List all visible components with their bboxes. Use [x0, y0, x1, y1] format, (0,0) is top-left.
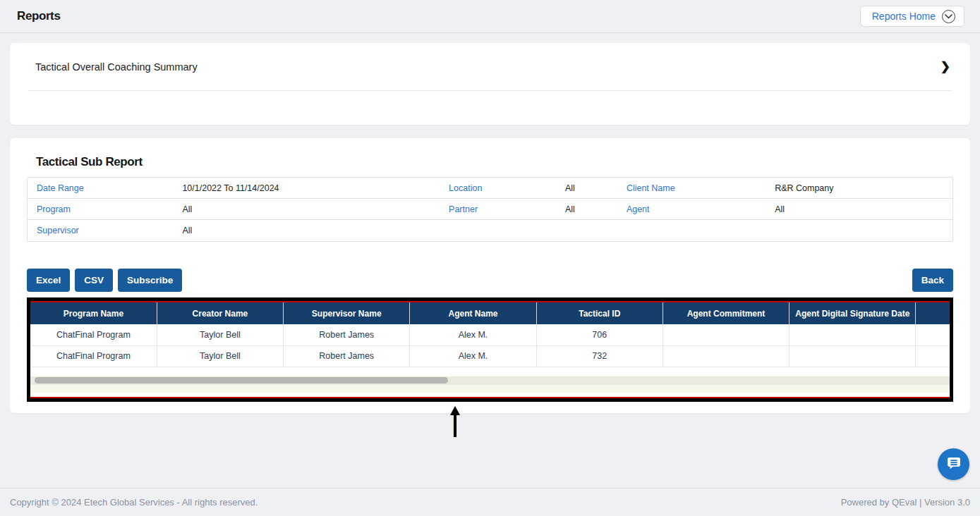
table-cell: 732 [536, 345, 663, 367]
horizontal-scrollbar-thumb[interactable] [35, 377, 448, 383]
column-header: Agent Digital Signature Date [790, 302, 916, 324]
filter-row: Date Range10/1/2022 To 11/14/2024Locatio… [28, 178, 952, 199]
table-bottom-pad [30, 393, 950, 397]
filter-label[interactable]: Program [37, 204, 182, 214]
table-row: ChatFinal ProgramTaylor BellRobert James… [30, 324, 950, 345]
back-button[interactable]: Back [912, 269, 953, 292]
column-header: Agent Commitment [663, 302, 789, 324]
column-header: Program Name [30, 302, 157, 324]
filter-label[interactable]: Agent [627, 204, 775, 214]
filter-table: Date Range10/1/2022 To 11/14/2024Locatio… [27, 177, 953, 242]
footer-copyright: Copyright © 2024 Etech Global Services -… [10, 497, 258, 508]
csv-button[interactable]: CSV [75, 269, 113, 292]
sub-report-card: Tactical Sub Report Date Range10/1/2022 … [10, 138, 970, 413]
annotated-table-highlight: Program NameCreator NameSupervisor NameA… [27, 297, 953, 402]
filter-label[interactable]: Supervisor [37, 226, 182, 235]
report-table-header-row: Program NameCreator NameSupervisor NameA… [30, 302, 950, 324]
reports-home-label: Reports Home [872, 11, 936, 22]
filter-value: All [565, 183, 627, 193]
table-cell [663, 345, 789, 367]
table-cell [790, 345, 916, 367]
footer-powered-by: Powered by QEval | Version 3.0 [841, 497, 970, 508]
filter-label[interactable]: Date Range [37, 183, 182, 193]
column-header: Tactical ID [536, 302, 663, 324]
summary-card-divider [28, 90, 952, 91]
main-content: Tactical Overall Coaching Summary ❯ Tact… [0, 33, 980, 423]
filter-label[interactable]: Partner [449, 204, 565, 214]
summary-card-row[interactable]: Tactical Overall Coaching Summary ❯ [10, 43, 970, 90]
table-cell: Alex M. [410, 324, 536, 345]
table-cell: Robert James [284, 324, 410, 345]
table-cell [663, 324, 789, 345]
column-header: Creator Name [157, 302, 283, 324]
summary-card-title: Tactical Overall Coaching Summary [35, 61, 198, 73]
column-header: Agent Name [410, 302, 536, 324]
annotation-arrow-up [449, 406, 461, 437]
table-cell: Taylor Bell [157, 345, 283, 367]
table-cell: Alex M. [410, 345, 536, 367]
filter-value: All [182, 226, 449, 235]
filter-row: SupervisorAll [28, 220, 952, 241]
excel-button[interactable]: Excel [27, 269, 70, 292]
chevron-down-icon [942, 10, 955, 23]
column-header [916, 302, 950, 324]
table-empty-space [30, 367, 950, 376]
chat-bubble-icon [945, 454, 963, 475]
arrow-stem [454, 415, 456, 437]
filter-label[interactable]: Location [449, 183, 565, 193]
filter-value: All [775, 204, 952, 214]
sub-report-title: Tactical Sub Report [36, 155, 953, 169]
table-cell: Taylor Bell [157, 324, 283, 345]
reports-home-button[interactable]: Reports Home [860, 6, 964, 27]
horizontal-scrollbar[interactable] [30, 376, 950, 384]
page-title: Reports [17, 9, 60, 23]
table-bottom-strip [30, 384, 950, 393]
report-table-body: ChatFinal ProgramTaylor BellRobert James… [30, 324, 950, 367]
filter-value: 10/1/2022 To 11/14/2024 [182, 183, 449, 193]
top-bar: Reports Reports Home [0, 0, 980, 33]
filter-label[interactable]: Client Name [627, 183, 775, 193]
chat-widget-button[interactable] [938, 448, 969, 480]
chevron-right-icon: ❯ [940, 59, 950, 74]
subscribe-button[interactable]: Subscribe [118, 269, 182, 292]
column-header: Supervisor Name [284, 302, 410, 324]
table-cell: Robert James [284, 345, 410, 367]
report-table: Program NameCreator NameSupervisor NameA… [30, 302, 950, 367]
table-cell [790, 324, 916, 345]
table-cell [916, 324, 950, 345]
arrow-head [450, 406, 460, 415]
filter-value: R&R Company [775, 183, 952, 193]
summary-card: Tactical Overall Coaching Summary ❯ [10, 43, 970, 125]
table-row: ChatFinal ProgramTaylor BellRobert James… [30, 345, 950, 367]
filter-value: All [182, 204, 449, 214]
table-cell: 706 [536, 324, 663, 345]
table-cell [916, 345, 950, 367]
footer: Copyright © 2024 Etech Global Services -… [0, 488, 980, 516]
actions-row: Excel CSV Subscribe Back [27, 269, 953, 292]
table-cell: ChatFinal Program [30, 324, 157, 345]
table-cell: ChatFinal Program [30, 345, 157, 367]
filter-row: ProgramAllPartnerAllAgentAll [28, 199, 952, 220]
filter-value: All [565, 204, 627, 214]
report-table-wrapper: Program NameCreator NameSupervisor NameA… [30, 301, 950, 398]
